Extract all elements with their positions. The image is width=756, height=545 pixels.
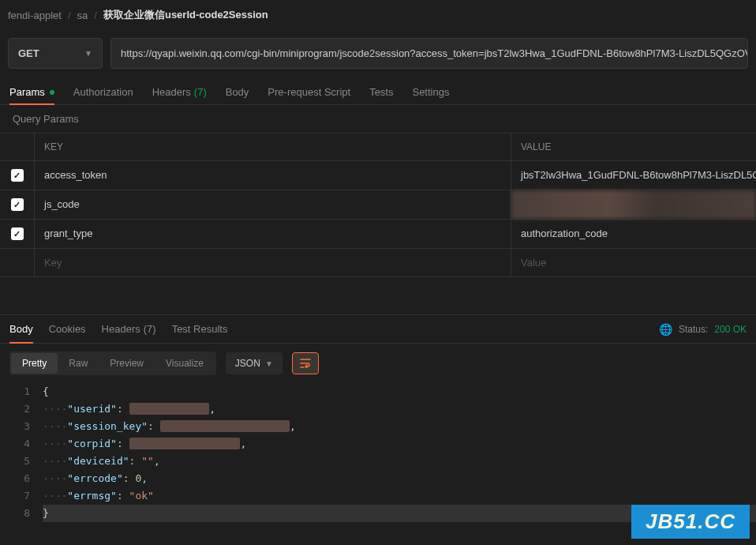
line-number: 5 [0, 453, 43, 470]
wrap-lines-button[interactable] [292, 352, 319, 374]
row-checkbox[interactable]: ✓ [0, 161, 35, 190]
response-tabs: Body Cookies Headers (7) Test Results 🌐 … [0, 315, 756, 344]
format-label: JSON [235, 358, 260, 369]
tab-headers-count: (7) [194, 86, 207, 98]
tab-prerequest[interactable]: Pre-request Script [268, 80, 350, 104]
breadcrumb-item-1[interactable]: fendi-applet [8, 9, 62, 21]
response-tab-body[interactable]: Body [9, 315, 33, 343]
param-value[interactable]: authorization_code [511, 220, 756, 248]
globe-icon[interactable]: 🌐 [659, 323, 672, 336]
breadcrumb-sep: / [68, 9, 71, 21]
line-number: 7 [0, 487, 43, 505]
line-number: 8 [0, 505, 43, 522]
params-indicator-dot [50, 90, 54, 95]
row-checkbox-empty [0, 249, 35, 276]
method-select[interactable]: GET ▼ [8, 38, 103, 69]
tab-settings[interactable]: Settings [412, 80, 449, 104]
tab-headers-label: Headers [152, 86, 191, 98]
response-tab-headers-label: Headers [102, 323, 140, 335]
check-icon: ✓ [11, 169, 24, 182]
response-toolbar: Pretty Raw Preview Visualize JSON ▼ [0, 344, 756, 383]
line-number: 1 [0, 383, 43, 400]
params-value-header: VALUE [511, 133, 756, 160]
chevron-down-icon: ▼ [265, 359, 273, 368]
breadcrumb-sep: / [94, 9, 97, 21]
table-row-empty: Key Value [0, 249, 756, 277]
format-select[interactable]: JSON ▼ [226, 352, 283, 374]
tab-body[interactable]: Body [226, 80, 249, 104]
table-row: ✓ access_token jbsT2lw3Hwa_1GudFDNL-B6to… [0, 161, 756, 190]
view-tab-visualize[interactable]: Visualize [155, 353, 215, 374]
breadcrumb: fendi-applet / sa / 获取企业微信userId-code2Se… [0, 0, 756, 30]
tab-headers[interactable]: Headers (7) [152, 80, 207, 104]
tab-params-label: Params [9, 86, 45, 98]
tab-params[interactable]: Params [9, 80, 54, 104]
param-key-placeholder[interactable]: Key [35, 249, 511, 276]
table-row: ✓ grant_type authorization_code [0, 220, 756, 249]
line-number: 6 [0, 470, 43, 487]
breadcrumb-item-2[interactable]: sa [77, 9, 88, 21]
url-input[interactable]: https://qyapi.weixin.qq.com/cgi-bin/mini… [110, 38, 748, 69]
watermark: JB51.CC [631, 505, 750, 539]
response-body-code[interactable]: 1{ 2····"userid": "15190857405", 3····"s… [0, 383, 756, 522]
param-key[interactable]: js_code [35, 190, 511, 219]
row-checkbox[interactable]: ✓ [0, 190, 35, 219]
params-key-header: KEY [35, 133, 511, 160]
view-tabs: Pretty Raw Preview Visualize [9, 351, 216, 375]
view-tab-preview[interactable]: Preview [99, 353, 155, 374]
line-number: 4 [0, 435, 43, 453]
status-code: 200 OK [714, 324, 747, 335]
response-tab-headers-count: (7) [144, 323, 156, 335]
tab-tests[interactable]: Tests [369, 80, 393, 104]
line-number: 2 [0, 400, 43, 418]
params-table-header: KEY VALUE [0, 133, 756, 161]
response-status: 🌐 Status: 200 OK [659, 323, 747, 336]
tab-authorization[interactable]: Authorization [73, 80, 133, 104]
method-text: GET [18, 47, 39, 59]
param-value[interactable]: iuMco7lVsMVXsbb__8_____51_HuwIBuIbr7wmXY… [511, 190, 756, 219]
response-tab-headers[interactable]: Headers (7) [102, 315, 156, 343]
status-label: Status: [679, 324, 708, 335]
query-params-label: Query Params [0, 105, 756, 133]
check-icon: ✓ [11, 198, 24, 211]
params-check-header [0, 133, 35, 160]
chevron-down-icon: ▼ [84, 49, 92, 58]
wrap-icon [300, 359, 311, 368]
row-checkbox[interactable]: ✓ [0, 220, 35, 248]
request-bar: GET ▼ https://qyapi.weixin.qq.com/cgi-bi… [0, 30, 756, 77]
request-tabs: Params Authorization Headers (7) Body Pr… [0, 77, 756, 105]
params-table: KEY VALUE ✓ access_token jbsT2lw3Hwa_1Gu… [0, 133, 756, 277]
view-tab-raw[interactable]: Raw [58, 353, 99, 374]
line-number: 3 [0, 418, 43, 435]
param-value[interactable]: jbsT2lw3Hwa_1GudFDNL-B6tow8hPl7M3-LiszDL… [511, 161, 756, 190]
param-key[interactable]: grant_type [35, 220, 511, 248]
table-row: ✓ js_code iuMco7lVsMVXsbb__8_____51_HuwI… [0, 190, 756, 220]
param-key[interactable]: access_token [35, 161, 511, 190]
response-tab-test-results[interactable]: Test Results [172, 315, 228, 343]
check-icon: ✓ [11, 227, 24, 240]
breadcrumb-item-3[interactable]: 获取企业微信userId-code2Session [103, 8, 268, 22]
param-value-placeholder[interactable]: Value [511, 249, 756, 276]
view-tab-pretty[interactable]: Pretty [11, 353, 58, 374]
response-tab-cookies[interactable]: Cookies [49, 315, 86, 343]
